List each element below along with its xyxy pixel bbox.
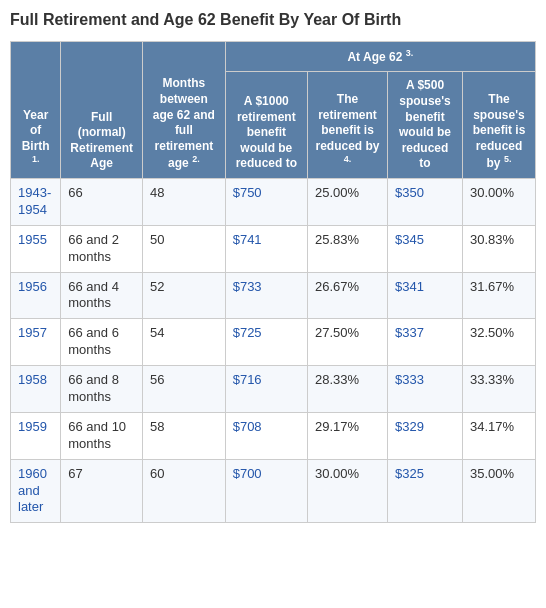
table-cell: 66 xyxy=(61,178,143,225)
table-cell: $708 xyxy=(225,412,307,459)
table-row: 195666 and 4 months52$73326.67%$34131.67… xyxy=(11,272,536,319)
table-cell: 31.67% xyxy=(462,272,535,319)
table-cell: 50 xyxy=(143,225,226,272)
table-row: 195966 and 10 months58$70829.17%$32934.1… xyxy=(11,412,536,459)
table-cell: 30.00% xyxy=(462,178,535,225)
table-cell: $350 xyxy=(388,178,463,225)
table-cell: 30.00% xyxy=(307,459,387,523)
table-cell: 35.00% xyxy=(462,459,535,523)
table-cell: 66 and 4 months xyxy=(61,272,143,319)
table-cell: $716 xyxy=(225,366,307,413)
table-cell: $733 xyxy=(225,272,307,319)
table-cell: 67 xyxy=(61,459,143,523)
table-cell: $329 xyxy=(388,412,463,459)
table-cell: 1957 xyxy=(11,319,61,366)
table-cell: 30.83% xyxy=(462,225,535,272)
table-cell: $337 xyxy=(388,319,463,366)
table-cell: 33.33% xyxy=(462,366,535,413)
table-cell: 25.83% xyxy=(307,225,387,272)
table-cell: 1956 xyxy=(11,272,61,319)
table-cell: $345 xyxy=(388,225,463,272)
benefit-table: Year of Birth 1. Full (normal) Retiremen… xyxy=(10,41,536,524)
table-cell: 1943-1954 xyxy=(11,178,61,225)
col-months: Months between age 62 and full retiremen… xyxy=(143,41,226,178)
table-cell: 58 xyxy=(143,412,226,459)
table-cell: 29.17% xyxy=(307,412,387,459)
table-cell: $325 xyxy=(388,459,463,523)
table-cell: $725 xyxy=(225,319,307,366)
table-cell: 25.00% xyxy=(307,178,387,225)
table-cell: $750 xyxy=(225,178,307,225)
table-cell: 56 xyxy=(143,366,226,413)
table-cell: 1958 xyxy=(11,366,61,413)
col-spouse-reduced-by: The spouse's benefit is reduced by 5. xyxy=(462,72,535,179)
table-cell: $333 xyxy=(388,366,463,413)
table-row: 1943-19546648$75025.00%$35030.00% xyxy=(11,178,536,225)
table-cell: 1960 and later xyxy=(11,459,61,523)
table-body: 1943-19546648$75025.00%$35030.00%195566 … xyxy=(11,178,536,522)
table-cell: $700 xyxy=(225,459,307,523)
table-cell: 1955 xyxy=(11,225,61,272)
table-cell: 66 and 10 months xyxy=(61,412,143,459)
table-cell: 66 and 2 months xyxy=(61,225,143,272)
table-row: 195566 and 2 months50$74125.83%$34530.83… xyxy=(11,225,536,272)
table-cell: 60 xyxy=(143,459,226,523)
col-year: Year of Birth 1. xyxy=(11,41,61,178)
table-row: 1960 and later6760$70030.00%$32535.00% xyxy=(11,459,536,523)
col-full-ret-age: Full (normal) Retirement Age xyxy=(61,41,143,178)
col-group-age62: At Age 62 3. xyxy=(225,41,535,72)
table-cell: 34.17% xyxy=(462,412,535,459)
table-cell: 66 and 8 months xyxy=(61,366,143,413)
table-row: 195866 and 8 months56$71628.33%$33333.33… xyxy=(11,366,536,413)
page-title: Full Retirement and Age 62 Benefit By Ye… xyxy=(10,10,536,31)
table-cell: 26.67% xyxy=(307,272,387,319)
table-cell: 32.50% xyxy=(462,319,535,366)
col-ret-reduced-by: The retirement benefit is reduced by 4. xyxy=(307,72,387,179)
table-cell: $741 xyxy=(225,225,307,272)
col-reduced-to: A $1000 retirement benefit would be redu… xyxy=(225,72,307,179)
table-cell: $341 xyxy=(388,272,463,319)
table-cell: 66 and 6 months xyxy=(61,319,143,366)
table-cell: 52 xyxy=(143,272,226,319)
table-cell: 48 xyxy=(143,178,226,225)
table-row: 195766 and 6 months54$72527.50%$33732.50… xyxy=(11,319,536,366)
table-cell: 28.33% xyxy=(307,366,387,413)
col-spouse-reduced-to: A $500 spouse's benefit would be reduced… xyxy=(388,72,463,179)
table-cell: 27.50% xyxy=(307,319,387,366)
table-cell: 1959 xyxy=(11,412,61,459)
table-cell: 54 xyxy=(143,319,226,366)
